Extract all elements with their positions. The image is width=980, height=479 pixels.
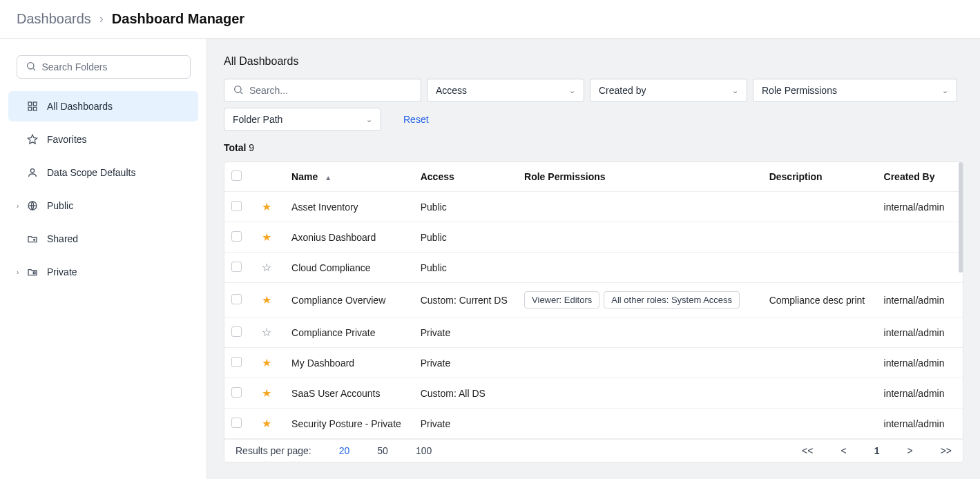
- cell-permissions: [517, 348, 762, 378]
- search-icon: [26, 61, 37, 74]
- cell-name: Security Posture - Private: [285, 409, 414, 439]
- pager-last[interactable]: >>: [941, 445, 952, 456]
- table-row[interactable]: ★My DashboardPrivateinternal/admin: [224, 348, 963, 378]
- row-checkbox[interactable]: [231, 387, 242, 398]
- person-icon: [26, 166, 39, 179]
- filter-access[interactable]: Access ⌄: [427, 79, 584, 102]
- table-row[interactable]: ☆Cloud CompliancePublic: [224, 253, 963, 283]
- sidebar: All DashboardsFavoritesData Scope Defaul…: [0, 39, 207, 479]
- pager-prev[interactable]: <: [840, 445, 846, 456]
- cell-created-by: internal/admin: [877, 409, 963, 439]
- favorite-star-icon[interactable]: ★: [262, 231, 271, 244]
- cell-description: [762, 378, 877, 409]
- breadcrumb-root[interactable]: Dashboards: [17, 11, 91, 27]
- row-checkbox[interactable]: [231, 357, 242, 367]
- sidebar-item-data-scope-defaults[interactable]: Data Scope Defaults: [8, 157, 198, 188]
- total-value: 9: [249, 142, 254, 153]
- cell-created-by: internal/admin: [877, 283, 963, 317]
- globe-icon: [26, 199, 39, 212]
- sidebar-item-public[interactable]: ›Public: [8, 190, 198, 221]
- chevron-right-icon[interactable]: ›: [17, 268, 23, 276]
- favorite-star-icon[interactable]: ★: [262, 387, 271, 400]
- table-row[interactable]: ★SaaS User AccountsCustom: All DSinterna…: [224, 378, 963, 409]
- permission-tag: All other roles: System Access: [604, 291, 740, 309]
- pager-next[interactable]: >: [907, 445, 912, 456]
- cell-name: My Dashboard: [285, 348, 414, 378]
- table-row[interactable]: ☆Compliance PrivatePrivateinternal/admin: [224, 317, 963, 348]
- favorite-star-icon[interactable]: ★: [262, 417, 271, 430]
- results-per-page-20[interactable]: 20: [339, 445, 350, 456]
- main-search[interactable]: [224, 79, 421, 102]
- cell-created-by: internal/admin: [877, 317, 963, 348]
- pager-first[interactable]: <<: [802, 445, 813, 456]
- row-checkbox[interactable]: [231, 201, 242, 211]
- col-role-permissions[interactable]: Role Permissions: [517, 162, 762, 192]
- chevron-down-icon: ⌄: [942, 86, 948, 95]
- svg-rect-11: [33, 272, 35, 274]
- cell-permissions: Viewer: EditorsAll other roles: System A…: [517, 283, 762, 317]
- sidebar-item-all-dashboards[interactable]: All Dashboards: [8, 91, 198, 121]
- favorite-star-icon[interactable]: ★: [262, 200, 271, 213]
- filter-folder-path[interactable]: Folder Path ⌄: [224, 108, 381, 131]
- cell-access: Custom: All DS: [414, 378, 517, 409]
- chevron-right-icon[interactable]: ›: [17, 202, 23, 210]
- favorite-star-icon[interactable]: ★: [262, 293, 271, 306]
- svg-marker-6: [28, 135, 37, 144]
- reset-link[interactable]: Reset: [403, 114, 429, 125]
- table-row[interactable]: ★Axonius DashboardPublic: [224, 222, 963, 253]
- row-checkbox[interactable]: [231, 418, 242, 428]
- table-row[interactable]: ★Compliance OverviewCustom: Current DSVi…: [224, 283, 963, 317]
- svg-rect-4: [28, 107, 32, 110]
- cell-access: Public: [414, 192, 517, 222]
- col-description[interactable]: Description: [762, 162, 877, 192]
- cell-access: Custom: Current DS: [414, 283, 517, 317]
- row-checkbox[interactable]: [231, 262, 242, 272]
- permission-tag: Viewer: Editors: [524, 291, 599, 309]
- favorite-star-icon[interactable]: ☆: [262, 326, 271, 339]
- results-per-page-50[interactable]: 50: [377, 445, 388, 456]
- filter-access-label: Access: [436, 85, 467, 96]
- total-label: Total: [224, 142, 246, 153]
- cell-access: Public: [414, 222, 517, 253]
- cell-access: Private: [414, 317, 517, 348]
- sidebar-item-label: Favorites: [47, 134, 87, 145]
- col-name[interactable]: Name: [291, 171, 318, 182]
- sort-asc-icon[interactable]: ▲: [325, 174, 332, 182]
- chevron-down-icon: ⌄: [732, 86, 738, 95]
- favorite-star-icon[interactable]: ☆: [262, 261, 271, 274]
- filter-role-permissions[interactable]: Role Permissions ⌄: [753, 79, 957, 102]
- table-row[interactable]: ★Security Posture - PrivatePrivateintern…: [224, 409, 963, 439]
- sidebar-item-shared[interactable]: Shared: [8, 224, 198, 254]
- table-row[interactable]: ★Asset InventoryPublicinternal/admin: [224, 192, 963, 222]
- select-all-checkbox[interactable]: [231, 170, 242, 181]
- favorite-star-icon[interactable]: ★: [262, 356, 271, 369]
- cell-created-by: internal/admin: [877, 378, 963, 409]
- search-folders-input[interactable]: [42, 61, 182, 72]
- svg-rect-5: [33, 107, 37, 110]
- folder-shared-icon: [26, 233, 39, 245]
- col-created-by[interactable]: Created By: [877, 162, 963, 192]
- row-checkbox[interactable]: [231, 294, 242, 304]
- sidebar-item-label: Shared: [47, 233, 78, 244]
- svg-point-7: [30, 169, 34, 173]
- pagination-bar: Results per page: 2050100 << < 1 > >>: [224, 439, 963, 462]
- filter-created-by[interactable]: Created by ⌄: [590, 79, 747, 102]
- cell-permissions: [517, 253, 762, 283]
- page-title: Dashboard Manager: [112, 11, 244, 27]
- sidebar-item-favorites[interactable]: Favorites: [8, 124, 198, 155]
- sidebar-item-label: All Dashboards: [47, 101, 113, 112]
- scrollbar[interactable]: [959, 162, 963, 273]
- svg-rect-3: [33, 102, 37, 106]
- svg-point-10: [34, 239, 35, 240]
- cell-access: Private: [414, 348, 517, 378]
- col-access[interactable]: Access: [414, 162, 517, 192]
- row-checkbox[interactable]: [231, 231, 242, 242]
- row-checkbox[interactable]: [231, 326, 242, 337]
- svg-line-1: [33, 68, 35, 70]
- cell-permissions: [517, 378, 762, 409]
- search-folders[interactable]: [17, 55, 191, 79]
- results-per-page-100[interactable]: 100: [416, 445, 432, 456]
- main-search-input[interactable]: [249, 85, 412, 96]
- svg-point-12: [235, 86, 241, 92]
- sidebar-item-private[interactable]: ›Private: [8, 257, 198, 287]
